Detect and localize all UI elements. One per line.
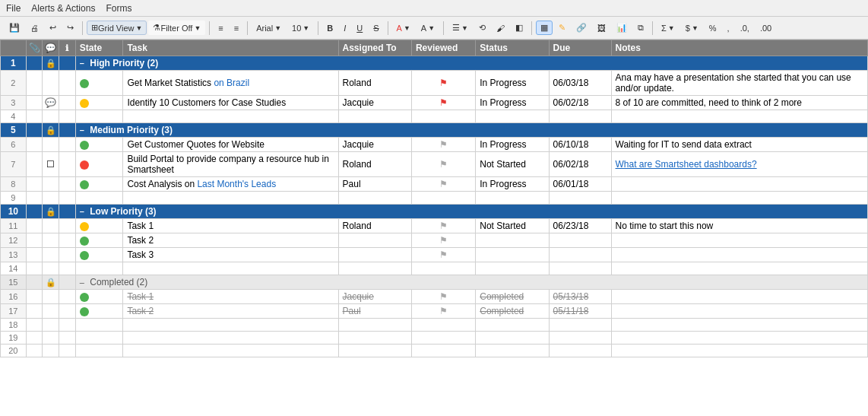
bold-button[interactable]: B (322, 21, 337, 35)
task-cell[interactable] (123, 345, 338, 357)
reviewed-cell[interactable] (411, 192, 475, 205)
text-align-button[interactable]: ☰ ▼ (448, 21, 473, 35)
decimal-less-button[interactable]: .0, (736, 21, 754, 35)
reviewed-cell[interactable] (411, 319, 475, 332)
chart-button[interactable]: 📊 (612, 21, 632, 35)
flag-icon[interactable]: ⚑ (439, 221, 448, 231)
menu-forms[interactable]: Forms (106, 3, 131, 14)
chat-bubble-icon[interactable]: 💬 (45, 97, 56, 108)
underline-button[interactable]: U (352, 21, 367, 35)
highlight-color-button[interactable]: A ▼ (417, 21, 439, 35)
task-cell[interactable]: Task 3 (123, 248, 338, 262)
font-selector[interactable]: Arial ▼ (252, 21, 286, 35)
section-label-low[interactable]: – Low Priority (3) (75, 205, 867, 219)
reviewed-cell[interactable] (411, 332, 475, 345)
flag-icon[interactable]: ⚑ (439, 306, 448, 316)
menu-file[interactable]: File (6, 3, 21, 14)
reviewed-cell[interactable] (411, 110, 475, 123)
header-due[interactable]: Due (549, 40, 611, 56)
image-button[interactable]: 🖼 (593, 21, 610, 35)
edit-button[interactable]: ✎ (554, 21, 570, 35)
flag-icon[interactable]: ⚑ (439, 139, 448, 150)
clear-format-button[interactable]: 🖌 (492, 21, 509, 35)
task-cell[interactable] (123, 192, 338, 205)
reviewed-cell[interactable]: ⚑ (411, 71, 475, 96)
reviewed-cell[interactable] (411, 345, 475, 357)
hyperlink-button[interactable]: 🔗 (572, 21, 591, 35)
section-label-high[interactable]: – High Priority (2) (75, 56, 867, 71)
flag-icon[interactable]: ⚑ (439, 291, 448, 302)
section-toggle-high[interactable]: – (80, 59, 84, 68)
flag-icon[interactable]: ⚑ (439, 78, 448, 88)
sum-button[interactable]: Σ ▼ (657, 21, 680, 35)
header-state[interactable]: State (75, 40, 123, 56)
text-color-button[interactable]: A ▼ (392, 21, 415, 35)
header-status[interactable]: Status (476, 40, 549, 56)
task-cell[interactable] (123, 262, 338, 275)
reviewed-cell[interactable]: ⚑ (411, 233, 475, 248)
header-assigned-to[interactable]: Assigned To (338, 40, 411, 56)
print-button[interactable]: 🖨 (26, 21, 43, 35)
flag-icon[interactable]: ⚑ (439, 235, 448, 246)
task-cell[interactable]: Task 1 (123, 290, 338, 304)
menu-alerts[interactable]: Alerts & Actions (31, 3, 95, 14)
assigned-text: Jacquie (343, 291, 374, 302)
header-reviewed[interactable]: Reviewed (411, 40, 475, 56)
task-cell[interactable]: Get Customer Quotes for Website (123, 138, 338, 152)
filter-icon: ⚗ (153, 23, 160, 33)
save-button[interactable]: 💾 (5, 21, 24, 35)
wrap-button[interactable]: ⟲ (474, 21, 490, 35)
header-notes[interactable]: Notes (611, 40, 867, 56)
section-toggle-completed[interactable]: – (80, 278, 84, 287)
flag-icon[interactable]: ⚑ (439, 249, 448, 260)
redo-button[interactable]: ↪ (62, 21, 78, 35)
italic-button[interactable]: I (339, 21, 350, 35)
task-cell[interactable]: Task 2 (123, 233, 338, 248)
header-task[interactable]: Task (123, 40, 338, 56)
due-cell: 05/13/18 (549, 290, 611, 304)
reviewed-cell[interactable]: ⚑ (411, 304, 475, 319)
percent-button[interactable]: % (705, 21, 721, 35)
flag-icon[interactable]: ⚑ (439, 97, 448, 108)
section-label-medium[interactable]: – Medium Priority (3) (75, 123, 867, 138)
task-cell[interactable] (123, 332, 338, 345)
reviewed-cell[interactable]: ⚑ (411, 290, 475, 304)
undo-button[interactable]: ↩ (45, 21, 61, 35)
reviewed-cell[interactable]: ⚑ (411, 177, 475, 192)
checkbox-icon[interactable]: ☐ (46, 159, 55, 170)
cell-type-button[interactable]: ▦ (536, 21, 553, 35)
decimal-more-button[interactable]: .00 (756, 21, 776, 35)
notes-link[interactable]: What are Smartsheet dashboards? (616, 159, 757, 170)
task-cell[interactable] (123, 110, 338, 123)
currency-button[interactable]: $ ▼ (681, 21, 703, 35)
flag-icon[interactable]: ⚑ (439, 159, 448, 170)
filter-button[interactable]: ⚗ Filter Off ▼ (148, 21, 205, 35)
reviewed-cell[interactable] (411, 262, 475, 275)
section-toggle-low[interactable]: – (80, 207, 84, 216)
strikethrough-button[interactable]: S (369, 21, 383, 35)
task-cell[interactable]: Get Market Statistics on Brazil (123, 71, 338, 96)
reviewed-cell[interactable]: ⚑ (411, 96, 475, 110)
section-label-completed[interactable]: – Completed (2) (75, 275, 867, 290)
row-info-cell (59, 233, 76, 248)
align-left-button[interactable]: ≡ (214, 21, 227, 35)
reviewed-cell[interactable]: ⚑ (411, 152, 475, 177)
task-cell[interactable]: Identify 10 Customers for Case Studies (123, 96, 338, 110)
task-cell[interactable]: Build Portal to provide company a resour… (123, 152, 338, 177)
font-size-selector[interactable]: 10 ▼ (287, 21, 314, 35)
reviewed-cell[interactable]: ⚑ (411, 219, 475, 233)
reviewed-cell[interactable]: ⚑ (411, 138, 475, 152)
flag-icon[interactable]: ⚑ (439, 179, 448, 189)
task-cell[interactable] (123, 319, 338, 332)
task-cell[interactable]: Cost Analysis on Last Month's Leads (123, 177, 338, 192)
widget-button[interactable]: ⧉ (633, 21, 648, 35)
thousands-button[interactable]: , (723, 21, 734, 35)
section-toggle-medium[interactable]: – (80, 125, 84, 135)
row-info-cell (59, 332, 76, 345)
task-cell[interactable]: Task 2 (123, 304, 338, 319)
grid-view-button[interactable]: ⊞ Grid View ▼ (87, 21, 147, 35)
task-cell[interactable]: Task 1 (123, 219, 338, 233)
align-right-button[interactable]: ≡ (230, 21, 243, 35)
conditional-format-button[interactable]: ◧ (511, 21, 527, 35)
reviewed-cell[interactable]: ⚑ (411, 248, 475, 262)
